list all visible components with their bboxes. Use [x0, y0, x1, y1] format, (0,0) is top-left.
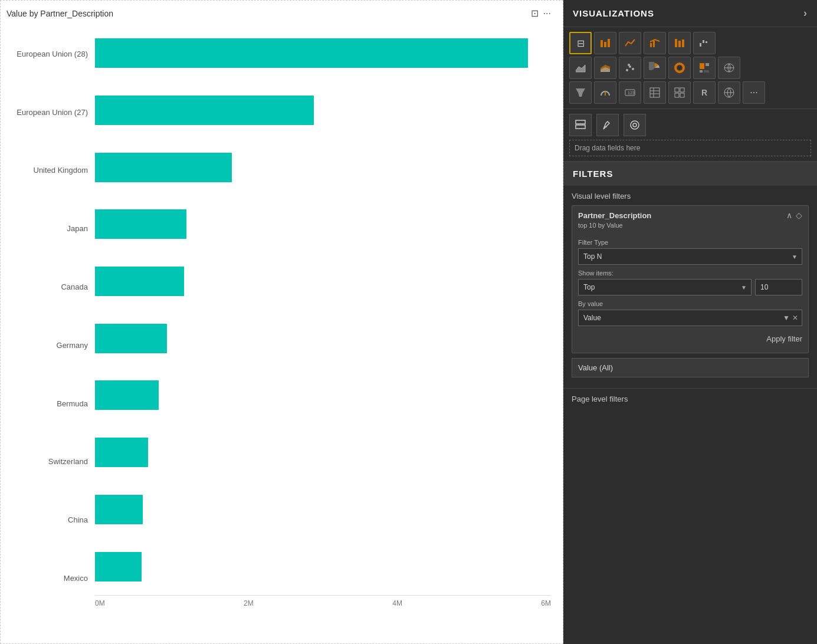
y-label: Switzerland [6, 438, 88, 485]
y-label: European Union (28) [6, 30, 88, 77]
chart-title-actions: ⊡ ··· [531, 8, 551, 19]
viz-icon-line[interactable] [619, 32, 641, 54]
by-value-clear-icon[interactable]: ✕ [792, 314, 798, 322]
bar[interactable] [95, 495, 143, 524]
fields-tab-fields[interactable] [569, 114, 592, 136]
bar[interactable] [95, 96, 314, 125]
filter-type-select[interactable]: Top N Basic filtering Advanced filtering [578, 248, 802, 265]
viz-icon-pie[interactable] [644, 57, 666, 79]
viz-icon-globe[interactable] [718, 81, 740, 104]
y-axis-labels: European Union (28)European Union (27)Un… [6, 25, 95, 607]
fields-tab-format[interactable] [596, 114, 619, 136]
apply-filter-button[interactable]: Apply filter [578, 331, 802, 347]
x-axis: 0M2M4M6M [95, 595, 551, 607]
top-n-number-input[interactable] [755, 279, 802, 295]
by-value-field-text: Value [579, 310, 779, 326]
svg-rect-5 [675, 39, 677, 47]
fields-tab-analytics[interactable] [624, 114, 646, 136]
bar-row[interactable] [95, 315, 551, 362]
svg-rect-20 [706, 63, 709, 66]
bar[interactable] [95, 209, 186, 239]
y-label: Japan [6, 205, 88, 252]
show-items-label: Show items: [578, 270, 802, 277]
bars-area [95, 25, 551, 595]
viz-icon-r[interactable]: R [693, 81, 716, 104]
bar-row[interactable] [95, 87, 551, 134]
x-axis-label: 2M [244, 599, 254, 607]
svg-point-15 [632, 68, 634, 70]
viz-icon-donut[interactable] [668, 57, 691, 79]
filter-type-label: Filter Type [578, 239, 802, 246]
visualizations-chevron[interactable]: › [803, 7, 808, 19]
viz-icon-treemap[interactable] [693, 57, 716, 79]
svg-rect-4 [653, 41, 655, 47]
svg-point-16 [628, 64, 630, 66]
viz-icon-stacked-area[interactable] [594, 57, 616, 79]
viz-icon-combo[interactable] [644, 32, 666, 54]
bar[interactable] [95, 38, 528, 68]
bar-row[interactable] [95, 201, 551, 248]
bar-row[interactable] [95, 543, 551, 590]
bar-row[interactable] [95, 486, 551, 533]
viz-icon-more[interactable]: ··· [743, 81, 765, 104]
y-label: European Union (27) [6, 88, 88, 136]
bar-row[interactable] [95, 258, 551, 305]
by-value-chevron-icon[interactable]: ▼ [783, 314, 790, 322]
bar-row[interactable] [95, 372, 551, 419]
filter-card-title: Partner_Description top 10 by Value [578, 211, 651, 231]
svg-rect-40 [576, 120, 585, 124]
viz-icon-table[interactable]: ⊟ [569, 32, 592, 54]
viz-icon-table2[interactable] [644, 81, 666, 104]
filter-sub-title: top 10 by Value [578, 221, 651, 230]
svg-point-18 [678, 66, 681, 70]
svg-rect-1 [604, 42, 606, 47]
viz-icon-matrix[interactable] [668, 81, 691, 104]
top-dropdown-wrapper: Top Bottom ▼ [578, 279, 752, 295]
value-all-row[interactable]: Value (All) [572, 358, 809, 377]
viz-icon-card[interactable]: 123 [619, 81, 641, 104]
filters-section: FILTERS Visual level filters Partner_Des… [563, 162, 817, 644]
svg-rect-2 [608, 39, 610, 47]
svg-point-13 [626, 69, 628, 71]
viz-icon-stacked-bar[interactable] [668, 32, 691, 54]
filter-card-actions: ∧ ◇ [786, 211, 802, 220]
bar[interactable] [95, 552, 142, 581]
svg-rect-35 [675, 93, 679, 97]
expand-icon[interactable]: ⊡ [531, 8, 539, 19]
y-label: Bermuda [6, 380, 88, 427]
filters-content: Visual level filters Partner_Description… [563, 186, 817, 388]
bar-row[interactable] [95, 429, 551, 476]
svg-rect-33 [675, 88, 679, 92]
bar-row[interactable] [95, 29, 551, 77]
filter-collapse-icon[interactable]: ∧ [786, 211, 792, 220]
viz-icon-waterfall[interactable] [693, 32, 716, 54]
viz-icons-grid: ⊟ [563, 27, 817, 109]
bar[interactable] [95, 324, 167, 353]
viz-icon-gauge[interactable] [594, 81, 616, 104]
bar[interactable] [95, 267, 184, 296]
top-bottom-select[interactable]: Top Bottom [578, 279, 752, 295]
filter-main-title: Partner_Description [578, 211, 651, 221]
svg-rect-6 [678, 41, 681, 47]
by-value-label: By value [578, 300, 802, 307]
viz-row-1: ⊟ [569, 32, 811, 54]
viz-icon-scatter[interactable] [619, 57, 641, 79]
viz-icon-map[interactable] [718, 57, 740, 79]
viz-icon-bar[interactable] [594, 32, 616, 54]
bar[interactable] [95, 380, 159, 410]
bar[interactable] [95, 153, 232, 182]
more-options-icon[interactable]: ··· [543, 8, 551, 19]
bar[interactable] [95, 438, 148, 467]
visualizations-header: VISUALIZATIONS › [563, 0, 817, 27]
filter-clear-icon[interactable]: ◇ [796, 211, 802, 220]
svg-rect-21 [700, 70, 703, 73]
bar-row[interactable] [95, 144, 551, 191]
svg-rect-34 [680, 88, 684, 92]
viz-row-3: 123 R ··· [569, 81, 811, 104]
by-value-actions: ▼ ✕ [779, 314, 802, 322]
viz-icon-funnel[interactable] [569, 81, 592, 104]
viz-icon-area[interactable] [569, 57, 592, 79]
viz-row-2 [569, 57, 811, 79]
chart-container: European Union (28)European Union (27)Un… [6, 25, 551, 607]
visualizations-title: VISUALIZATIONS [573, 8, 654, 18]
